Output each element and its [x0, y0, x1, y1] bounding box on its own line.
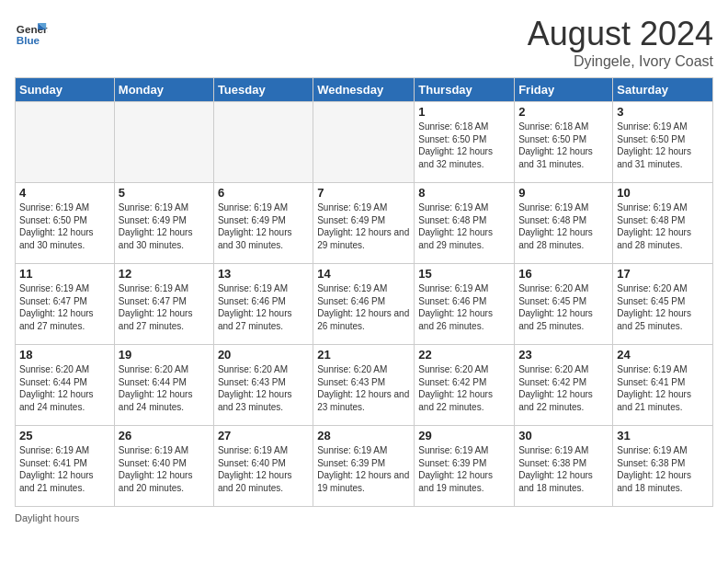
col-header-monday: Monday	[114, 78, 213, 102]
day-number: 1	[418, 105, 510, 119]
day-cell: 19Sunrise: 6:20 AMSunset: 6:44 PMDayligh…	[114, 345, 213, 426]
day-cell: 23Sunrise: 6:20 AMSunset: 6:42 PMDayligh…	[515, 345, 613, 426]
day-cell: 5Sunrise: 6:19 AMSunset: 6:49 PMDaylight…	[114, 183, 213, 264]
day-info: Sunrise: 6:19 AMSunset: 6:48 PMDaylight:…	[518, 201, 609, 251]
day-info: Sunrise: 6:20 AMSunset: 6:43 PMDaylight:…	[218, 363, 309, 413]
day-info: Sunrise: 6:19 AMSunset: 6:39 PMDaylight:…	[317, 444, 410, 494]
day-info: Sunrise: 6:19 AMSunset: 6:49 PMDaylight:…	[119, 201, 210, 251]
day-info: Sunrise: 6:19 AMSunset: 6:46 PMDaylight:…	[317, 282, 410, 332]
day-number: 6	[218, 186, 309, 200]
day-info: Sunrise: 6:18 AMSunset: 6:50 PMDaylight:…	[518, 121, 609, 170]
day-cell	[313, 102, 415, 183]
col-header-wednesday: Wednesday	[313, 78, 415, 102]
day-number: 2	[518, 105, 609, 119]
day-number: 23	[518, 348, 609, 362]
day-cell: 2Sunrise: 6:18 AMSunset: 6:50 PMDaylight…	[515, 102, 613, 183]
day-cell	[114, 102, 213, 183]
col-header-tuesday: Tuesday	[213, 78, 313, 102]
day-info: Sunrise: 6:20 AMSunset: 6:42 PMDaylight:…	[418, 363, 510, 413]
day-number: 10	[617, 186, 709, 200]
day-info: Sunrise: 6:19 AMSunset: 6:40 PMDaylight:…	[119, 444, 210, 494]
day-info: Sunrise: 6:20 AMSunset: 6:42 PMDaylight:…	[518, 363, 609, 413]
day-cell: 10Sunrise: 6:19 AMSunset: 6:48 PMDayligh…	[613, 183, 713, 264]
day-cell: 7Sunrise: 6:19 AMSunset: 6:49 PMDaylight…	[313, 183, 415, 264]
day-info: Sunrise: 6:19 AMSunset: 6:41 PMDaylight:…	[617, 363, 709, 413]
day-cell: 18Sunrise: 6:20 AMSunset: 6:44 PMDayligh…	[16, 345, 115, 426]
col-header-saturday: Saturday	[613, 78, 713, 102]
day-info: Sunrise: 6:19 AMSunset: 6:46 PMDaylight:…	[218, 282, 309, 332]
day-info: Sunrise: 6:20 AMSunset: 6:45 PMDaylight:…	[617, 282, 709, 332]
day-number: 18	[19, 348, 110, 362]
day-cell: 1Sunrise: 6:18 AMSunset: 6:50 PMDaylight…	[415, 102, 515, 183]
day-info: Sunrise: 6:19 AMSunset: 6:49 PMDaylight:…	[218, 201, 309, 251]
day-cell: 22Sunrise: 6:20 AMSunset: 6:42 PMDayligh…	[415, 345, 515, 426]
week-row-3: 11Sunrise: 6:19 AMSunset: 6:47 PMDayligh…	[16, 264, 713, 345]
title-block: August 2024 Dyingele, Ivory Coast	[528, 15, 713, 70]
day-number: 19	[119, 348, 210, 362]
day-info: Sunrise: 6:19 AMSunset: 6:50 PMDaylight:…	[19, 201, 110, 251]
day-cell: 11Sunrise: 6:19 AMSunset: 6:47 PMDayligh…	[16, 264, 115, 345]
day-info: Sunrise: 6:20 AMSunset: 6:45 PMDaylight:…	[518, 282, 609, 332]
day-cell: 4Sunrise: 6:19 AMSunset: 6:50 PMDaylight…	[16, 183, 115, 264]
day-cell: 15Sunrise: 6:19 AMSunset: 6:46 PMDayligh…	[415, 264, 515, 345]
day-number: 3	[617, 105, 709, 119]
page-header: General Blue August 2024 Dyingele, Ivory…	[15, 15, 713, 70]
day-cell: 26Sunrise: 6:19 AMSunset: 6:40 PMDayligh…	[114, 426, 213, 507]
day-cell: 13Sunrise: 6:19 AMSunset: 6:46 PMDayligh…	[213, 264, 313, 345]
week-row-1: 1Sunrise: 6:18 AMSunset: 6:50 PMDaylight…	[16, 102, 713, 183]
day-cell: 20Sunrise: 6:20 AMSunset: 6:43 PMDayligh…	[213, 345, 313, 426]
day-number: 24	[617, 348, 709, 362]
day-info: Sunrise: 6:19 AMSunset: 6:47 PMDaylight:…	[19, 282, 110, 332]
day-cell: 30Sunrise: 6:19 AMSunset: 6:38 PMDayligh…	[515, 426, 613, 507]
week-row-2: 4Sunrise: 6:19 AMSunset: 6:50 PMDaylight…	[16, 183, 713, 264]
day-info: Sunrise: 6:19 AMSunset: 6:46 PMDaylight:…	[418, 282, 510, 332]
day-info: Sunrise: 6:18 AMSunset: 6:50 PMDaylight:…	[418, 121, 510, 170]
week-row-5: 25Sunrise: 6:19 AMSunset: 6:41 PMDayligh…	[16, 426, 713, 507]
day-info: Sunrise: 6:19 AMSunset: 6:38 PMDaylight:…	[617, 444, 709, 494]
day-info: Sunrise: 6:19 AMSunset: 6:48 PMDaylight:…	[418, 201, 510, 251]
day-cell: 14Sunrise: 6:19 AMSunset: 6:46 PMDayligh…	[313, 264, 415, 345]
day-number: 25	[19, 429, 110, 442]
day-number: 16	[518, 267, 609, 281]
week-row-4: 18Sunrise: 6:20 AMSunset: 6:44 PMDayligh…	[16, 345, 713, 426]
day-cell: 29Sunrise: 6:19 AMSunset: 6:39 PMDayligh…	[415, 426, 515, 507]
day-cell: 28Sunrise: 6:19 AMSunset: 6:39 PMDayligh…	[313, 426, 415, 507]
day-cell: 21Sunrise: 6:20 AMSunset: 6:43 PMDayligh…	[313, 345, 415, 426]
day-cell: 17Sunrise: 6:20 AMSunset: 6:45 PMDayligh…	[613, 264, 713, 345]
day-number: 5	[119, 186, 210, 200]
day-info: Sunrise: 6:19 AMSunset: 6:39 PMDaylight:…	[418, 444, 510, 494]
day-info: Sunrise: 6:19 AMSunset: 6:41 PMDaylight:…	[19, 444, 110, 494]
day-number: 29	[418, 429, 510, 442]
day-info: Sunrise: 6:19 AMSunset: 6:40 PMDaylight:…	[218, 444, 309, 494]
day-number: 30	[518, 429, 609, 442]
day-cell: 24Sunrise: 6:19 AMSunset: 6:41 PMDayligh…	[613, 345, 713, 426]
logo: General Blue	[15, 15, 48, 48]
day-info: Sunrise: 6:19 AMSunset: 6:50 PMDaylight:…	[617, 121, 709, 170]
day-info: Sunrise: 6:20 AMSunset: 6:44 PMDaylight:…	[119, 363, 210, 413]
day-info: Sunrise: 6:19 AMSunset: 6:38 PMDaylight:…	[518, 444, 609, 494]
day-info: Sunrise: 6:19 AMSunset: 6:49 PMDaylight:…	[317, 201, 410, 251]
logo-icon: General Blue	[15, 15, 48, 48]
day-number: 26	[119, 429, 210, 442]
calendar-table: SundayMondayTuesdayWednesdayThursdayFrid…	[15, 77, 713, 507]
location: Dyingele, Ivory Coast	[528, 53, 713, 70]
day-number: 14	[317, 267, 410, 281]
day-info: Sunrise: 6:19 AMSunset: 6:47 PMDaylight:…	[119, 282, 210, 332]
day-number: 20	[218, 348, 309, 362]
day-cell: 8Sunrise: 6:19 AMSunset: 6:48 PMDaylight…	[415, 183, 515, 264]
month-year: August 2024	[528, 15, 713, 53]
day-number: 11	[19, 267, 110, 281]
day-number: 12	[119, 267, 210, 281]
col-header-sunday: Sunday	[16, 78, 115, 102]
day-number: 4	[19, 186, 110, 200]
day-cell	[16, 102, 115, 183]
day-number: 31	[617, 429, 709, 442]
day-number: 21	[317, 348, 410, 362]
col-header-thursday: Thursday	[415, 78, 515, 102]
day-number: 8	[418, 186, 510, 200]
day-cell	[213, 102, 313, 183]
day-number: 28	[317, 429, 410, 442]
day-number: 17	[617, 267, 709, 281]
day-cell: 31Sunrise: 6:19 AMSunset: 6:38 PMDayligh…	[613, 426, 713, 507]
day-cell: 9Sunrise: 6:19 AMSunset: 6:48 PMDaylight…	[515, 183, 613, 264]
